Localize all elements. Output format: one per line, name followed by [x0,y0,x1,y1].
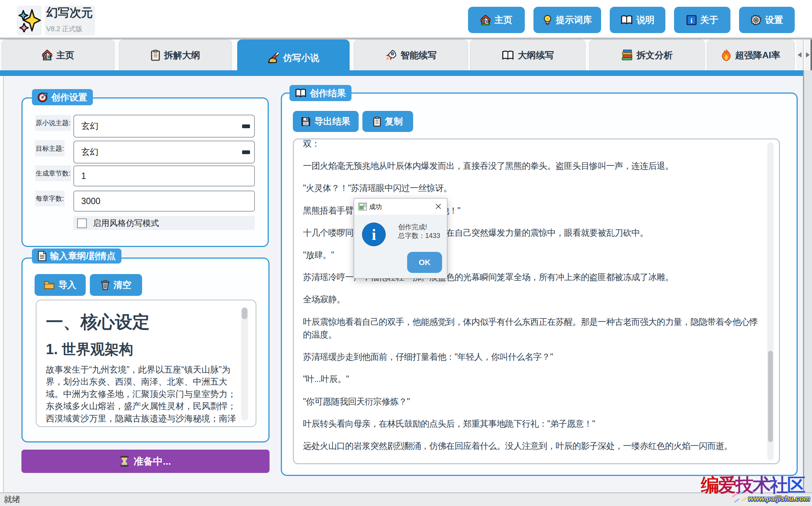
svg-text:i: i [690,17,692,24]
